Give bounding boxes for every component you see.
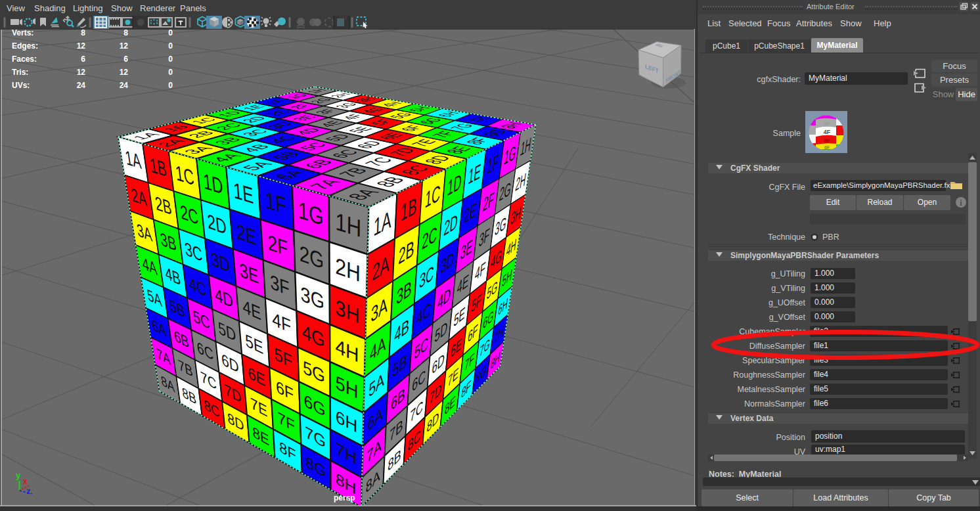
svg-text:y: y [16, 470, 21, 480]
svg-text:3F: 3F [824, 121, 830, 127]
svg-text:4F: 4F [824, 129, 831, 135]
svg-text:x: x [23, 477, 28, 486]
svg-text:5F: 5F [824, 138, 830, 144]
svg-text:z: z [26, 486, 31, 496]
svg-text:6F: 6F [824, 145, 830, 150]
